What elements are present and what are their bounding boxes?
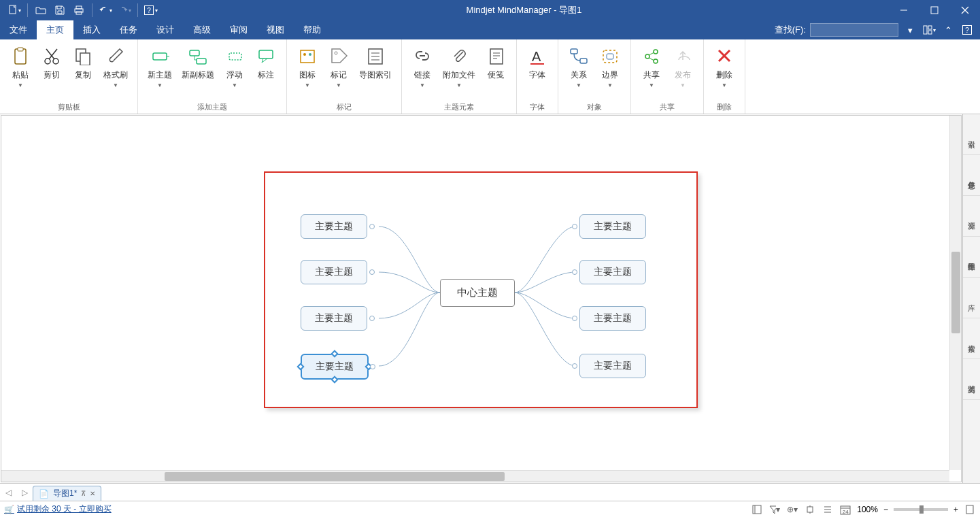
ribbon-btn-tag[interactable]: 标记▼ xyxy=(324,42,354,101)
calendar-icon[interactable]: 24 xyxy=(839,503,851,516)
connector-dot[interactable] xyxy=(369,316,375,321)
chevron-down-icon: ▼ xyxy=(576,82,581,88)
ribbon-btn-topic-float[interactable]: 浮动▼ xyxy=(220,42,250,101)
menu-item-0[interactable]: 文件 xyxy=(0,20,37,39)
topic-node-left-2[interactable]: 主要主题 xyxy=(301,306,367,331)
pin-icon[interactable]: ⊼ xyxy=(81,490,86,497)
topic-node-right-3[interactable]: 主要主题 xyxy=(579,354,646,378)
trial-link[interactable]: 🛒 试用剩余 30 天 - 立即购买 xyxy=(4,503,112,515)
redo-button[interactable]: ▾ xyxy=(116,1,133,19)
filter-icon[interactable]: ▾ xyxy=(768,503,781,516)
center-icon[interactable] xyxy=(804,503,816,516)
connector-dot[interactable] xyxy=(369,269,375,275)
svg-rect-24 xyxy=(259,50,273,59)
doc-tab-next[interactable]: ▷ xyxy=(16,484,33,501)
side-tab-0[interactable]: 索引 xyxy=(963,114,980,155)
side-tab-6[interactable]: 浏览器 xyxy=(963,359,980,400)
ribbon-btn-relation[interactable]: 关系▼ xyxy=(564,42,594,101)
chevron-down-icon: ▼ xyxy=(157,82,163,88)
svg-rect-19 xyxy=(153,53,167,60)
side-tab-4[interactable]: 库 xyxy=(963,278,980,318)
close-tab-icon[interactable]: ✕ xyxy=(90,490,95,497)
zoom-fit-icon[interactable]: ⊕▾ xyxy=(786,503,798,516)
ribbon-btn-icons[interactable]: 图标▼ xyxy=(292,42,322,101)
connector-dot[interactable] xyxy=(572,224,577,229)
zoom-in-button[interactable]: + xyxy=(953,505,958,514)
ribbon-btn-share[interactable]: 共享▼ xyxy=(637,42,666,101)
menu-item-7[interactable]: 视图 xyxy=(257,20,294,39)
close-button[interactable] xyxy=(949,0,980,20)
side-tab-1[interactable]: 任务信息 xyxy=(963,155,980,196)
menu-item-1[interactable]: 主页 xyxy=(37,20,73,39)
horizontal-scrollbar[interactable] xyxy=(1,470,949,482)
center-topic[interactable]: 中心主题 xyxy=(440,279,515,307)
ribbon-btn-topic-new[interactable]: 新主题▼ xyxy=(143,42,176,101)
print-button[interactable] xyxy=(70,1,88,19)
topic-node-left-1[interactable]: 主要主题 xyxy=(301,260,367,284)
window-title: Mindjet MindManager - 导图1 xyxy=(160,4,888,16)
list-view-icon[interactable] xyxy=(822,503,834,516)
menu-item-2[interactable]: 插入 xyxy=(73,20,110,39)
ribbon-btn-scissors[interactable]: 剪切 xyxy=(37,42,67,101)
side-tab-5[interactable]: 搜索 xyxy=(963,318,980,359)
ribbon-btn-callout[interactable]: 标注 xyxy=(251,42,281,101)
svg-rect-42 xyxy=(607,54,613,59)
canvas[interactable]: 中心主题主要主题主要主题主要主题主要主题主要主题主要主题主要主题主要主题 xyxy=(1,115,962,482)
topic-node-right-0[interactable]: 主要主题 xyxy=(579,214,646,239)
ribbon-btn-label: 导图索引 xyxy=(359,69,392,81)
menu-item-4[interactable]: 设计 xyxy=(147,20,184,39)
menu-dropdown-button[interactable]: ▾ xyxy=(902,22,917,37)
undo-button[interactable]: ▾ xyxy=(97,1,114,19)
zoom-slider[interactable] xyxy=(894,508,948,511)
ribbon-btn-boundary[interactable]: 边界▼ xyxy=(595,42,625,101)
search-input[interactable] xyxy=(810,23,898,37)
topic-node-right-2[interactable]: 主要主题 xyxy=(579,306,646,331)
menu-item-8[interactable]: 帮助 xyxy=(294,20,331,39)
menu-item-3[interactable]: 任务 xyxy=(110,20,147,39)
svg-rect-52 xyxy=(807,507,813,512)
help-button[interactable]: ? xyxy=(960,22,975,37)
zoom-out-button[interactable]: − xyxy=(883,505,888,514)
new-file-button[interactable]: ▾ xyxy=(5,1,23,19)
menu-item-6[interactable]: 审阅 xyxy=(220,20,257,39)
ribbon-btn-link[interactable]: 链接▼ xyxy=(407,42,437,101)
ribbon-btn-attach[interactable]: 附加文件▼ xyxy=(439,42,479,101)
help-dropdown-button[interactable]: ?▾ xyxy=(142,1,160,19)
doc-tab[interactable]: 📄 导图1* ⊼ ✕ xyxy=(33,486,101,501)
ribbon-btn-font[interactable]: A字体 xyxy=(522,42,552,101)
ribbon-btn-clipboard[interactable]: 粘贴▼ xyxy=(5,42,35,101)
side-tab-2[interactable]: 资源 xyxy=(963,196,980,237)
connector-dot[interactable] xyxy=(572,363,577,369)
minimize-button[interactable] xyxy=(888,0,919,20)
topic-node-right-1[interactable]: 主要主题 xyxy=(579,260,646,284)
topic-node-left-3[interactable]: 主要主题 xyxy=(301,354,369,380)
layout-icon[interactable]: ▾ xyxy=(922,22,936,37)
svg-point-44 xyxy=(654,50,658,54)
connector-dot[interactable] xyxy=(369,224,375,229)
topic-node-left-0[interactable]: 主要主题 xyxy=(301,214,367,239)
ribbon-btn-copy[interactable]: 复制 xyxy=(68,42,98,101)
attach-icon xyxy=(448,45,470,67)
collapse-ribbon-button[interactable]: ⌃ xyxy=(941,22,956,37)
doc-tab-prev[interactable]: ◁ xyxy=(0,484,16,501)
connector-dot[interactable] xyxy=(572,269,577,275)
open-file-button[interactable] xyxy=(32,1,50,19)
ribbon-group-label: 剪贴板 xyxy=(5,101,132,112)
fit-page-icon[interactable] xyxy=(964,503,976,516)
connector-dot[interactable] xyxy=(572,316,577,321)
maximize-button[interactable] xyxy=(919,0,949,20)
ribbon-btn-note[interactable]: 便笺 xyxy=(481,42,511,101)
vertical-scrollbar[interactable] xyxy=(949,116,961,470)
save-button[interactable] xyxy=(51,1,69,19)
side-tab-3[interactable]: 导图组件 xyxy=(963,237,980,278)
relation-icon xyxy=(568,45,590,67)
ribbon-btn-topic-sub[interactable]: 新副标题 xyxy=(178,42,218,101)
ribbon-btn-delete-x[interactable]: 删除▼ xyxy=(709,42,739,101)
menubar: 文件主页插入任务设计高级审阅视图帮助 查找(F): ▾ ▾ ⌃ ? xyxy=(0,20,980,39)
connector-dot[interactable] xyxy=(370,364,375,369)
map-view-icon[interactable] xyxy=(751,503,763,516)
ribbon-btn-brush[interactable]: 格式刷▼ xyxy=(99,42,132,101)
menu-item-5[interactable]: 高级 xyxy=(184,20,220,39)
ribbon-btn-index[interactable]: 导图索引 xyxy=(355,42,396,101)
window-controls xyxy=(888,0,980,20)
